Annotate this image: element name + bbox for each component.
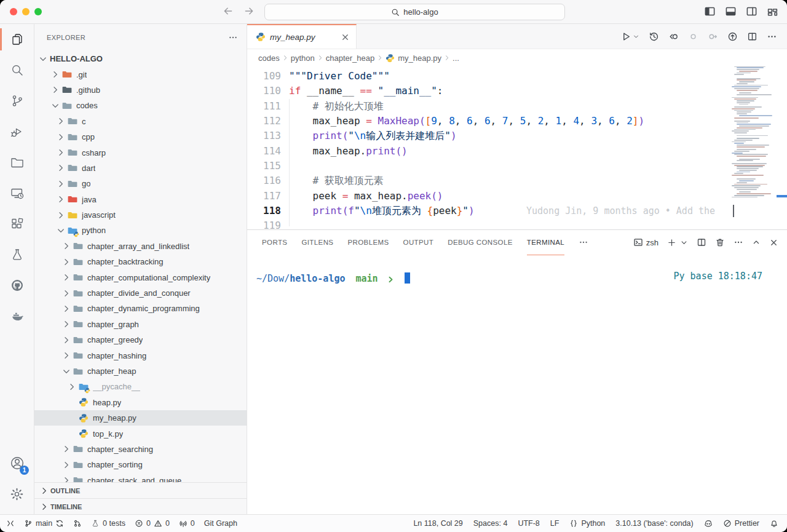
panel-more-actions-icon[interactable]	[734, 237, 743, 247]
split-terminal-icon[interactable]	[697, 237, 706, 247]
panel-tab-terminal[interactable]: TERMINAL	[527, 230, 564, 255]
breadcrumb-item--[interactable]: ...	[453, 54, 459, 63]
toggle-panel-icon[interactable]	[725, 6, 737, 17]
panel-tab-output[interactable]: OUTPUT	[403, 230, 434, 255]
toggle-secondary-sidebar-icon[interactable]	[746, 6, 757, 17]
activity-item-docker[interactable]	[0, 301, 34, 332]
navigate-forward-icon[interactable]	[243, 6, 255, 17]
tree-item-go[interactable]: go	[34, 176, 247, 191]
tree-item-my-heap-py[interactable]: my_heap.py	[34, 410, 247, 426]
tree-item-chapter-dynamic-programming[interactable]: chapter_dynamic_programming	[34, 301, 247, 316]
tree-item-javascript[interactable]: javascript	[34, 207, 247, 223]
kill-terminal-icon[interactable]	[715, 237, 725, 247]
python-interpreter[interactable]: 3.10.13 ('base': conda)	[615, 519, 693, 528]
breadcrumb-item-my-heap-py[interactable]: my_heap.py	[386, 54, 441, 63]
git-graph-label[interactable]: Git Graph	[204, 519, 237, 528]
open-changes-button[interactable]	[668, 31, 679, 42]
activity-item-remote-explorer[interactable]	[0, 178, 34, 208]
copilot-status[interactable]	[704, 519, 713, 528]
panel-tab-gitlens[interactable]: GITLENS	[301, 230, 333, 255]
run-button[interactable]	[621, 31, 639, 42]
close-window-button[interactable]	[10, 8, 17, 15]
terminal-dropdown-icon[interactable]	[680, 239, 688, 247]
tree-item--github[interactable]: .github	[34, 82, 247, 98]
terminal-profile[interactable]: zsh	[633, 237, 658, 247]
tab-my-heap[interactable]: my_heap.py	[247, 24, 357, 49]
previous-change-button[interactable]	[688, 31, 698, 42]
panel-tab-debug-console[interactable]: DEBUG CONSOLE	[448, 230, 513, 255]
tree-item-chapter-hashing[interactable]: chapter_hashing	[34, 347, 247, 363]
activity-item-extensions[interactable]	[0, 208, 34, 239]
notifications[interactable]	[770, 519, 778, 528]
tree-item-chapter-graph[interactable]: chapter_graph	[34, 317, 247, 332]
maximize-panel-icon[interactable]	[752, 238, 761, 247]
activity-item-testing[interactable]	[0, 239, 34, 270]
tree-item-chapter-array-and-linkedlist[interactable]: chapter_array_and_linkedlist	[34, 239, 247, 254]
branch-status[interactable]: main	[24, 519, 64, 528]
tree-item-c[interactable]: c	[34, 114, 247, 129]
activity-item-source-control[interactable]	[0, 85, 34, 116]
explorer-more-actions-icon[interactable]	[228, 33, 238, 42]
prettier-status[interactable]: Prettier	[723, 519, 759, 528]
tree-item-chapter-sorting[interactable]: chapter_sorting	[34, 457, 247, 472]
file-history-button[interactable]	[649, 31, 659, 42]
activity-item-explorer[interactable]	[0, 24, 34, 55]
settings-button[interactable]	[0, 478, 34, 509]
tests-status[interactable]: 0 tests	[91, 519, 125, 528]
tree-item-python[interactable]: python	[34, 223, 247, 238]
git-graph-button[interactable]	[73, 519, 82, 528]
tree-item-chapter-backtracking[interactable]: chapter_backtracking	[34, 254, 247, 269]
breadcrumb-item-chapter-heap[interactable]: chapter_heap	[326, 54, 375, 63]
zoom-window-button[interactable]	[34, 8, 42, 15]
activity-item-github[interactable]	[0, 270, 34, 301]
activity-item-search[interactable]	[0, 55, 34, 85]
split-editor-button[interactable]	[747, 31, 757, 42]
activity-item-project-manager[interactable]	[0, 147, 34, 178]
more-actions-button[interactable]	[767, 31, 777, 42]
minimap[interactable]	[732, 66, 776, 210]
panel-tab-problems[interactable]: PROBLEMS	[347, 230, 389, 255]
tree-item-codes[interactable]: codes	[34, 98, 247, 113]
encoding[interactable]: UTF-8	[518, 519, 539, 528]
new-terminal-icon[interactable]	[667, 238, 676, 247]
activity-item-run-debug[interactable]	[0, 116, 34, 147]
tree-item-top-k-py[interactable]: top_k.py	[34, 426, 247, 441]
panel-tab-ports[interactable]: PORTS	[262, 230, 287, 255]
timeline-section[interactable]: TIMELINE	[34, 498, 247, 514]
eol[interactable]: LF	[550, 519, 560, 528]
code-editor[interactable]: 109"""Driver Code"""110if __name__ == "_…	[247, 66, 787, 229]
tree-item-chapter-stack-and-queue[interactable]: chapter_stack_and_queue	[34, 473, 247, 482]
language-mode[interactable]: Python	[569, 519, 605, 528]
navigate-back-icon[interactable]	[223, 6, 234, 17]
tree-item-chapter-searching[interactable]: chapter_searching	[34, 442, 247, 457]
tree-item-chapter-computational-complexity[interactable]: chapter_computational_complexity	[34, 269, 247, 285]
open-on-remote-button[interactable]	[727, 31, 738, 42]
tree-item-chapter-heap[interactable]: chapter_heap	[34, 363, 247, 379]
minimize-window-button[interactable]	[22, 8, 30, 15]
command-center-search[interactable]: hello-algo	[264, 4, 565, 20]
tree-item-java[interactable]: java	[34, 192, 247, 207]
tree-item--pycache-[interactable]: __pycache__	[34, 379, 247, 394]
next-change-button[interactable]	[708, 31, 718, 42]
tree-item--git[interactable]: .git	[34, 66, 247, 82]
ports-status[interactable]: 0	[179, 519, 195, 528]
tree-item-cpp[interactable]: cpp	[34, 129, 247, 145]
tree-item-chapter-greedy[interactable]: chapter_greedy	[34, 332, 247, 347]
tree-item-csharp[interactable]: csharp	[34, 145, 247, 160]
breadcrumb-item-python[interactable]: python	[291, 54, 315, 63]
customize-layout-icon[interactable]	[767, 6, 778, 17]
terminal[interactable]: ~/Dow/hello-algo main Py base 18:18:47	[247, 255, 787, 514]
indentation[interactable]: Spaces: 4	[473, 519, 508, 528]
accounts-button[interactable]: 1	[0, 448, 34, 478]
tree-item-heap-py[interactable]: heap.py	[34, 395, 247, 410]
remote-indicator[interactable]	[6, 519, 15, 528]
problems-status[interactable]: 00	[135, 519, 170, 528]
panel-more-tabs-icon[interactable]	[579, 237, 588, 247]
outline-section[interactable]: OUTLINE	[34, 482, 247, 498]
tree-item-dart[interactable]: dart	[34, 161, 247, 176]
close-panel-icon[interactable]	[769, 238, 778, 247]
breadcrumb-item-codes[interactable]: codes	[258, 54, 280, 63]
toggle-sidebar-icon[interactable]	[704, 6, 716, 17]
cursor-position[interactable]: Ln 118, Col 29	[413, 519, 462, 528]
tree-root[interactable]: HELLO-ALGO	[34, 51, 247, 66]
